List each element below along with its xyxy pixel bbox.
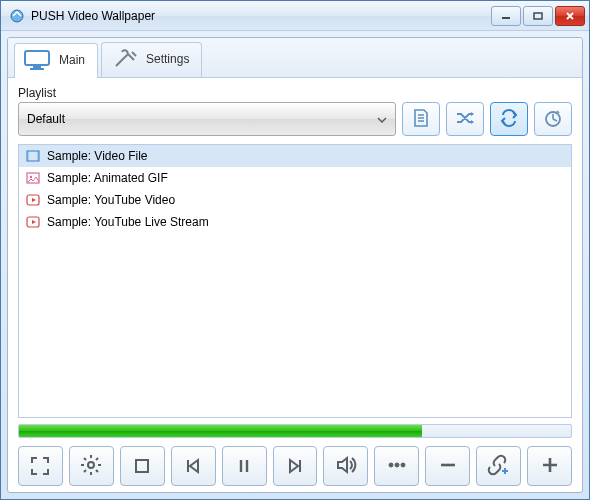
svg-rect-18 <box>136 460 148 472</box>
repeat-icon <box>498 107 520 132</box>
tab-bar: Main Settings <box>8 38 582 78</box>
svg-point-14 <box>30 176 32 178</box>
film-icon <box>25 148 41 164</box>
list-item[interactable]: Sample: YouTube Video <box>19 189 571 211</box>
play-icon <box>25 192 41 208</box>
add-url-button[interactable] <box>476 446 521 486</box>
list-item[interactable]: Sample: Animated GIF <box>19 167 571 189</box>
list-item-label: Sample: Video File <box>47 149 148 163</box>
list-item[interactable]: Sample: Video File <box>19 145 571 167</box>
previous-button[interactable] <box>171 446 216 486</box>
playlist-items[interactable]: Sample: Video File Sample: Animated GIF … <box>18 144 572 418</box>
tools-icon <box>110 47 140 71</box>
svg-rect-2 <box>534 13 542 19</box>
remove-button[interactable] <box>425 446 470 486</box>
list-item[interactable]: Sample: YouTube Live Stream <box>19 211 571 233</box>
tab-settings[interactable]: Settings <box>101 42 202 77</box>
playlist-dropdown[interactable]: Default <box>18 102 396 136</box>
monitor-icon <box>23 48 53 72</box>
play-icon <box>25 214 41 230</box>
shuffle-button[interactable] <box>446 102 484 136</box>
add-button[interactable] <box>527 446 572 486</box>
progress-bar[interactable] <box>18 424 572 438</box>
stop-button[interactable] <box>120 446 165 486</box>
playback-controls <box>18 446 572 486</box>
window-title: PUSH Video Wallpaper <box>31 9 491 23</box>
playlist-selected-value: Default <box>27 112 65 126</box>
list-item-label: Sample: YouTube Video <box>47 193 175 207</box>
minus-icon <box>436 453 460 480</box>
tab-main[interactable]: Main <box>14 43 98 78</box>
content-area: Playlist Default <box>8 78 582 492</box>
plus-icon <box>538 453 562 480</box>
fullscreen-button[interactable] <box>18 446 63 486</box>
app-icon <box>9 8 25 24</box>
main-panel: Main Settings Playlist Default <box>7 37 583 493</box>
list-item-label: Sample: Animated GIF <box>47 171 168 185</box>
playlist-row: Default <box>18 102 572 136</box>
svg-rect-12 <box>37 151 39 161</box>
svg-point-25 <box>401 463 405 467</box>
svg-point-23 <box>389 463 393 467</box>
close-button[interactable] <box>555 6 585 26</box>
document-icon <box>410 107 432 132</box>
playlist-label: Playlist <box>18 86 572 100</box>
gear-icon <box>79 453 103 480</box>
titlebar: PUSH Video Wallpaper <box>1 1 589 31</box>
maximize-button[interactable] <box>523 6 553 26</box>
timer-button[interactable] <box>534 102 572 136</box>
speaker-icon <box>334 453 358 480</box>
list-item-label: Sample: YouTube Live Stream <box>47 215 209 229</box>
minimize-button[interactable] <box>491 6 521 26</box>
repeat-button[interactable] <box>490 102 528 136</box>
shuffle-icon <box>454 107 476 132</box>
tab-main-label: Main <box>59 53 85 67</box>
link-plus-icon <box>486 453 512 480</box>
playlist-manage-button[interactable] <box>402 102 440 136</box>
volume-button[interactable] <box>323 446 368 486</box>
next-button[interactable] <box>273 446 318 486</box>
image-icon <box>25 170 41 186</box>
svg-rect-5 <box>30 68 44 70</box>
tab-settings-label: Settings <box>146 52 189 66</box>
svg-rect-11 <box>27 151 29 161</box>
svg-point-17 <box>88 462 94 468</box>
app-window: PUSH Video Wallpaper Main <box>0 0 590 500</box>
settings-button[interactable] <box>69 446 114 486</box>
pause-button[interactable] <box>222 446 267 486</box>
svg-point-24 <box>395 463 399 467</box>
timer-icon <box>542 107 564 132</box>
chevron-down-icon <box>377 112 387 126</box>
more-button[interactable] <box>374 446 419 486</box>
ellipsis-icon <box>385 453 409 480</box>
window-controls <box>491 6 585 26</box>
svg-rect-4 <box>33 66 41 68</box>
svg-rect-3 <box>25 51 49 65</box>
progress-fill <box>19 425 422 437</box>
